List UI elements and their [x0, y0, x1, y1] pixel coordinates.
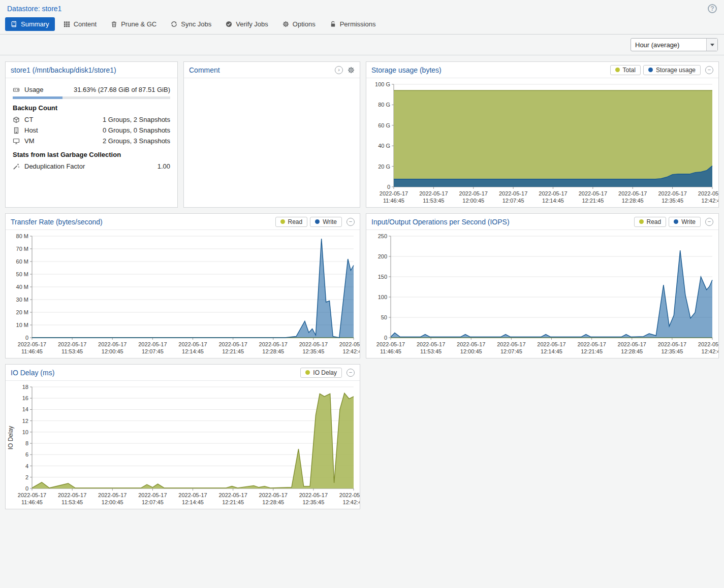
top-header: Datastore: store1 ?: [0, 0, 724, 16]
comment-content[interactable]: [184, 78, 360, 207]
panel-title: Transfer Rate (bytes/second): [11, 218, 275, 226]
collapse-icon[interactable]: −: [347, 369, 355, 377]
svg-text:12: 12: [22, 418, 28, 424]
legend-dot: [305, 370, 310, 375]
storage-disk-icon: [13, 86, 24, 93]
tab-label: Prune & GC: [121, 20, 156, 28]
backup-count-row-vm: VM 2 Groups, 3 Snapshots: [13, 136, 170, 146]
legend-read[interactable]: Read: [634, 217, 667, 227]
svg-text:12:14:45: 12:14:45: [542, 198, 564, 204]
svg-text:2022-05-17: 2022-05-17: [218, 341, 247, 347]
backup-count-row-host: Host 0 Groups, 0 Snapshots: [13, 125, 170, 136]
host-building-icon: [13, 127, 24, 134]
legend-write[interactable]: Write: [669, 217, 701, 227]
legend-write[interactable]: Write: [310, 217, 342, 227]
svg-text:12:14:45: 12:14:45: [541, 348, 562, 354]
svg-text:50 M: 50 M: [16, 271, 28, 277]
legend-dot: [615, 68, 620, 72]
io-delay-chart: 0246810121416182022-05-1711:46:452022-05…: [6, 381, 360, 509]
panel-title: Comment: [189, 66, 333, 74]
svg-text:12:07:45: 12:07:45: [502, 198, 524, 204]
svg-text:2022-05-17: 2022-05-17: [18, 492, 46, 498]
svg-text:11:46:45: 11:46:45: [383, 198, 404, 204]
svg-text:12:00:45: 12:00:45: [460, 348, 482, 354]
svg-text:11:46:45: 11:46:45: [21, 499, 43, 505]
legend-dot: [639, 219, 644, 224]
svg-text:16: 16: [22, 395, 28, 401]
panel-title: IO Delay (ms): [11, 369, 300, 377]
svg-text:18: 18: [22, 384, 28, 390]
legend-label: Write: [681, 218, 696, 225]
panel-title: store1 (/mnt/backup/disk1/store1): [11, 66, 172, 74]
book-icon: [11, 21, 17, 27]
tab-prune-gc[interactable]: Prune & GC: [105, 17, 162, 31]
tab-options[interactable]: Options: [277, 17, 321, 31]
collapse-icon[interactable]: −: [705, 218, 713, 226]
tab-label: Verify Jobs: [236, 20, 268, 28]
usage-value: 31.63% (27.68 GiB of 87.51 GiB): [74, 86, 170, 93]
dedup-factor-row: Deduplication Factor 1.00: [13, 161, 170, 172]
legend-dot: [648, 68, 653, 72]
page-title[interactable]: Datastore: store1: [7, 5, 61, 13]
svg-text:12:28:45: 12:28:45: [622, 198, 644, 204]
svg-text:40 G: 40 G: [378, 143, 390, 149]
svg-text:2022-05-17: 2022-05-17: [339, 341, 360, 347]
svg-text:12:28:45: 12:28:45: [262, 499, 284, 505]
legend-label: Read: [288, 218, 303, 225]
tab-permissions[interactable]: Permissions: [324, 17, 382, 31]
tab-verify-jobs[interactable]: Verify Jobs: [220, 17, 274, 31]
svg-text:12:00:45: 12:00:45: [102, 499, 123, 505]
usage-progress-bar: [13, 96, 170, 99]
svg-text:10: 10: [22, 429, 28, 435]
svg-text:11:46:45: 11:46:45: [380, 348, 401, 354]
tab-sync-jobs[interactable]: Sync Jobs: [165, 17, 217, 31]
legend-io-delay[interactable]: IO Delay: [300, 368, 342, 378]
help-icon[interactable]: ?: [708, 4, 717, 13]
legend-label: Storage usage: [656, 67, 696, 74]
storage-usage-panel: Storage usage (bytes) Total Storage usag…: [366, 61, 719, 208]
svg-text:80 G: 80 G: [378, 102, 390, 108]
svg-text:2022-05-17: 2022-05-17: [376, 341, 405, 347]
legend-read[interactable]: Read: [275, 217, 308, 227]
edit-gear-icon[interactable]: [348, 67, 355, 74]
svg-text:2022-05-17: 2022-05-17: [698, 190, 718, 197]
row-value: 2 Groups, 3 Snapshots: [103, 137, 170, 145]
collapse-icon[interactable]: −: [347, 218, 355, 226]
svg-text:0: 0: [387, 184, 390, 190]
transfer-rate-panel: Transfer Rate (bytes/second) Read Write …: [5, 213, 360, 358]
svg-text:12:00:45: 12:00:45: [102, 348, 123, 354]
svg-text:2022-05-17: 2022-05-17: [537, 341, 565, 347]
expand-icon[interactable]: ›: [335, 66, 343, 74]
toolbar: Hour (average): [0, 35, 724, 55]
svg-text:12:00:45: 12:00:45: [462, 198, 484, 204]
panel-body: 020 G40 G60 G80 G100 G2022-05-1711:46:45…: [366, 78, 718, 207]
usage-progress-fill: [13, 96, 62, 99]
svg-text:50: 50: [381, 314, 387, 320]
legend-total[interactable]: Total: [610, 65, 641, 75]
tab-summary[interactable]: Summary: [5, 17, 55, 31]
time-range-select[interactable]: Hour (average): [631, 38, 718, 51]
svg-text:2022-05-17: 2022-05-17: [299, 492, 328, 498]
panel-body: Usage 31.63% (27.68 GiB of 87.51 GiB) Ba…: [6, 78, 177, 207]
time-range-value: Hour (average): [631, 41, 706, 49]
svg-text:12:14:45: 12:14:45: [182, 499, 204, 505]
svg-text:30 M: 30 M: [16, 297, 28, 303]
svg-text:2022-05-17: 2022-05-17: [178, 492, 207, 498]
svg-text:2022-05-17: 2022-05-17: [459, 190, 488, 197]
svg-text:100 G: 100 G: [375, 81, 390, 87]
grid-icon: [64, 21, 70, 27]
legend-label: Total: [623, 67, 636, 74]
usage-row: Usage 31.63% (27.68 GiB of 87.51 GiB): [13, 84, 170, 95]
gc-stats-heading: Stats from last Garbage Collection: [13, 151, 170, 158]
svg-text:2022-05-17: 2022-05-17: [417, 341, 445, 347]
svg-text:150: 150: [378, 274, 387, 280]
legend-storage-usage[interactable]: Storage usage: [643, 65, 701, 75]
comment-panel: Comment ›: [183, 61, 360, 208]
legend-label: Read: [647, 218, 662, 225]
panel-header: Storage usage (bytes) Total Storage usag…: [366, 62, 718, 78]
collapse-icon[interactable]: −: [705, 66, 713, 74]
check-circle-icon: [226, 21, 232, 27]
svg-text:12:07:45: 12:07:45: [500, 348, 522, 354]
svg-text:2022-05-17: 2022-05-17: [618, 190, 647, 197]
tab-content[interactable]: Content: [58, 17, 103, 31]
